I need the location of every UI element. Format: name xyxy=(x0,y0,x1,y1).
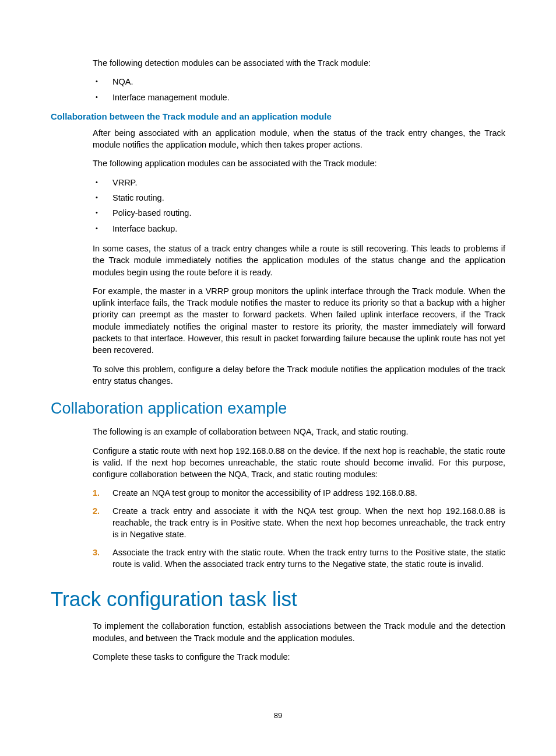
step-number: 2. xyxy=(93,505,100,517)
body-paragraph: After being associated with an applicati… xyxy=(93,127,505,151)
list-item: 2. Create a track entry and associate it… xyxy=(93,505,505,541)
body-paragraph: The following application modules can be… xyxy=(93,158,505,169)
intro-bullet-list: NQA. Interface management module. xyxy=(93,76,505,103)
body-paragraph: The following is an example of collabora… xyxy=(93,426,505,438)
body-paragraph: Configure a static route with next hop 1… xyxy=(93,445,505,481)
step-text: Create an NQA test group to monitor the … xyxy=(112,488,417,498)
section-heading-collaboration: Collaboration between the Track module a… xyxy=(51,111,505,121)
app-module-bullet-list: VRRP. Static routing. Policy-based routi… xyxy=(93,177,505,235)
step-number: 3. xyxy=(93,547,100,558)
section-heading-task-list: Track configuration task list xyxy=(51,587,505,611)
list-item: Interface management module. xyxy=(93,92,505,103)
body-paragraph: In some cases, the status of a track ent… xyxy=(93,243,505,278)
list-item: 1. Create an NQA test group to monitor t… xyxy=(93,487,505,499)
list-item: 3. Associate the track entry with the st… xyxy=(93,547,505,570)
step-number: 1. xyxy=(93,487,100,499)
section-heading-example: Collaboration application example xyxy=(51,400,505,418)
body-paragraph: To solve this problem, configure a delay… xyxy=(93,363,505,387)
list-item: NQA. xyxy=(93,76,505,88)
step-text: Create a track entry and associate it wi… xyxy=(112,506,505,540)
numbered-steps-list: 1. Create an NQA test group to monitor t… xyxy=(93,487,505,570)
body-paragraph: To implement the collaboration function,… xyxy=(93,620,505,644)
page-number: 89 xyxy=(0,711,556,720)
intro-text: The following detection modules can be a… xyxy=(93,57,505,69)
body-paragraph: For example, the master in a VRRP group … xyxy=(93,285,505,356)
body-paragraph: Complete these tasks to configure the Tr… xyxy=(93,651,505,663)
list-item: Interface backup. xyxy=(93,223,505,235)
list-item: VRRP. xyxy=(93,177,505,188)
step-text: Associate the track entry with the stati… xyxy=(112,548,505,569)
list-item: Policy-based routing. xyxy=(93,207,505,219)
list-item: Static routing. xyxy=(93,192,505,204)
